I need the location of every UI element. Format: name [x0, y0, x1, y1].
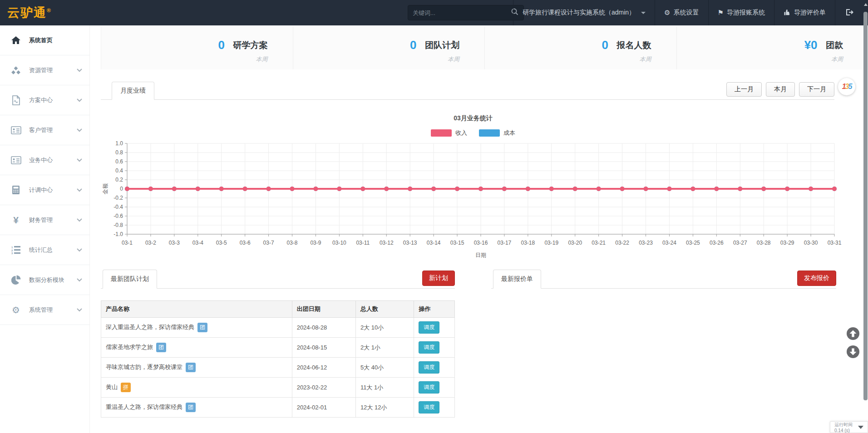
- thumbs-up-icon: [784, 9, 791, 17]
- svg-text:3: 3: [11, 252, 13, 254]
- dispatch-button[interactable]: 调度: [419, 401, 439, 413]
- sidebar-item-statistics[interactable]: 123 统计汇总: [0, 235, 89, 265]
- plan-name[interactable]: 儒家圣地求学之旅: [106, 344, 153, 350]
- legend-label: 收入: [455, 129, 467, 137]
- guide-report-button[interactable]: ⚑ 导游报账系统: [708, 0, 774, 25]
- svg-text:03-26: 03-26: [710, 240, 724, 246]
- account-menu[interactable]: 研学旅行课程设计与实施系统（admin）: [513, 0, 655, 25]
- svg-text:03-5: 03-5: [216, 240, 227, 246]
- sidebar-item-label: 方案中心: [29, 96, 77, 104]
- logout-button[interactable]: [835, 0, 863, 25]
- plan-date: 2024-06-12: [292, 358, 355, 378]
- svg-text:-0.4: -0.4: [113, 204, 123, 210]
- svg-text:03-14: 03-14: [427, 240, 441, 246]
- customer-service-badge[interactable]: 135: [838, 78, 855, 95]
- chart-title: 03月业务统计: [101, 114, 845, 123]
- svg-text:03-20: 03-20: [568, 240, 582, 246]
- sidebar-item-finance[interactable]: ¥ 财务管理: [0, 205, 89, 235]
- svg-text:03-24: 03-24: [662, 240, 676, 246]
- sidebar-item-home[interactable]: 系统首页: [0, 25, 89, 55]
- plan-name[interactable]: 寻味京城古韵，逐梦高校课堂: [106, 364, 182, 370]
- prev-month-button[interactable]: 上一月: [726, 82, 762, 97]
- plan-name[interactable]: 黄山: [106, 384, 118, 390]
- publish-quote-button[interactable]: 发布报价: [797, 271, 836, 286]
- dispatch-button[interactable]: 调度: [419, 361, 439, 374]
- table-row: 黄山拼 2023-02-22 11大 1小 调度: [101, 378, 455, 398]
- sidebar-item-label: 系统管理: [29, 306, 77, 314]
- home-icon: [8, 36, 24, 44]
- plan-name[interactable]: 重温圣人之路，探访儒家经典: [106, 403, 182, 410]
- next-month-button[interactable]: 下一月: [799, 82, 834, 97]
- scroll-to-bottom-button[interactable]: [846, 345, 860, 359]
- calculator-icon: [8, 185, 24, 195]
- svg-text:金额: 金额: [102, 183, 108, 195]
- performance-tabbar: 月度业绩 上一月 本月 下一月: [101, 82, 834, 100]
- chart-legend: 收入成本: [101, 129, 845, 137]
- yen-icon: ¥: [8, 215, 24, 226]
- plan-people: 11大 1小: [355, 378, 414, 398]
- flag-icon: ⚑: [718, 9, 724, 17]
- ordered-list-icon: 123: [8, 246, 24, 254]
- current-month-button[interactable]: 本月: [766, 82, 795, 97]
- dispatch-button[interactable]: 调度: [419, 321, 439, 334]
- cubes-icon: [8, 66, 24, 75]
- sidebar-item-analytics[interactable]: 数据分析模块: [0, 265, 89, 295]
- line-chart: -1.0-0.8-0.6-0.4-0.200.20.40.60.81.003-1…: [101, 140, 845, 265]
- table-row: 深入重温圣人之路，探访儒家经典团 2024-08-28 2大 10小 调度: [101, 318, 455, 338]
- tab-latest-quotes[interactable]: 最新报价单: [493, 270, 541, 289]
- svg-text:1: 1: [11, 246, 13, 249]
- guide-eval-button[interactable]: 导游评价单: [774, 0, 835, 25]
- plan-date: 2024-08-28: [292, 318, 355, 338]
- system-settings-button[interactable]: ⚙ 系统设置: [655, 0, 708, 25]
- search-input[interactable]: [413, 10, 511, 16]
- id-card-icon: [8, 126, 24, 134]
- svg-text:03-25: 03-25: [686, 240, 700, 246]
- guide-report-label: 导游报账系统: [727, 9, 765, 17]
- stat-label: 团队计划: [425, 40, 459, 50]
- chevron-down-icon: [77, 127, 82, 133]
- sidebar-item-resources[interactable]: 资源管理: [0, 55, 89, 85]
- sidebar-item-business[interactable]: 业务中心: [0, 145, 89, 175]
- stat-label: 报名人数: [617, 40, 651, 50]
- plan-name[interactable]: 深入重温圣人之路，探访儒家经典: [106, 324, 194, 330]
- svg-text:03-7: 03-7: [263, 240, 274, 246]
- chevron-down-icon: [77, 276, 82, 283]
- dispatch-button[interactable]: 调度: [419, 341, 439, 354]
- svg-text:03-3: 03-3: [169, 240, 180, 246]
- stat-label: 团款: [826, 40, 843, 50]
- tab-monthly-performance[interactable]: 月度业绩: [112, 82, 154, 100]
- search-box[interactable]: [408, 5, 524, 20]
- legend-item: 成本: [479, 129, 515, 137]
- svg-text:03-13: 03-13: [403, 240, 417, 246]
- service-badge-digit: 5: [848, 83, 851, 91]
- svg-text:03-9: 03-9: [310, 240, 321, 246]
- svg-text:03-8: 03-8: [287, 240, 298, 246]
- svg-text:03-1: 03-1: [122, 240, 133, 246]
- account-menu-label: 研学旅行课程设计与实施系统（admin）: [523, 9, 635, 17]
- stat-value: ¥0: [804, 38, 818, 52]
- svg-text:-0.6: -0.6: [113, 213, 123, 219]
- plans-table: 产品名称 出团日期 总人数 操作 深入重温圣人之路，探访儒家经典团 2024-0…: [101, 300, 455, 418]
- scrollbar-thumb[interactable]: [863, 12, 868, 400]
- sidebar-item-customers[interactable]: 客户管理: [0, 115, 89, 145]
- sidebar-item-plan-center[interactable]: 方案中心: [0, 85, 89, 115]
- tab-latest-plans[interactable]: 最新团队计划: [103, 270, 157, 289]
- gear-icon: ⚙: [8, 305, 24, 315]
- scrollbar-up-arrow[interactable]: [864, 3, 868, 6]
- sidebar-item-system[interactable]: ⚙ 系统管理: [0, 295, 89, 325]
- column-header-people: 总人数: [355, 301, 414, 318]
- svg-text:03-10: 03-10: [332, 240, 346, 246]
- svg-text:03-16: 03-16: [474, 240, 488, 246]
- sidebar-item-dispatch[interactable]: 计调中心: [0, 175, 89, 205]
- scroll-to-top-button[interactable]: [846, 327, 860, 340]
- dispatch-button[interactable]: 调度: [419, 381, 439, 394]
- new-plan-button[interactable]: 新计划: [422, 271, 455, 286]
- svg-text:03-31: 03-31: [828, 240, 842, 246]
- stat-card-plans: 0 研学方案 本周: [101, 26, 293, 69]
- page-scrollbar[interactable]: [863, 0, 868, 433]
- app-logo[interactable]: 云驴通®: [7, 5, 51, 21]
- id-card-icon: [8, 156, 24, 164]
- table-row: 寻味京城古韵，逐梦高校课堂团 2024-06-12 5大 40小 调度: [101, 358, 455, 378]
- svg-text:-0.8: -0.8: [113, 222, 123, 228]
- logout-icon: [844, 8, 854, 18]
